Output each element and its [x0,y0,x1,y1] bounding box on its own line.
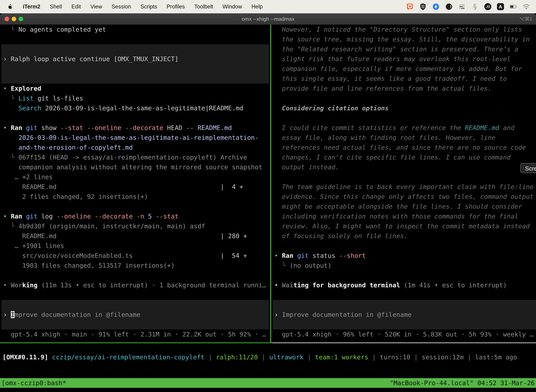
terminal-text-segment: gpt-5.4 xhigh · 96% left · 520K in · 5.8… [274,331,534,338]
terminal-text-segment: Considering citation options [274,104,389,112]
tmux-host-clock: "MacBook-Pro-44.local" 04:52 31-Mar-26 [390,379,535,387]
terminal-line: slight risk that future readers may over… [271,54,536,64]
terminal-area: └ No agents completed yet › Ralph loop a… [0,25,536,392]
terminal-text-segment: Ran [11,124,22,131]
minimize-button[interactable] [12,17,16,21]
terminal-text-segment: essay file, along with finding root file… [274,134,495,141]
menu-item-app[interactable]: iTerm2 [23,4,40,10]
terminal-line: └ (no output) [271,261,536,271]
terminal-line: However, I noticed the "Directory Struct… [271,25,536,34]
menu-item-window[interactable]: Window [223,4,242,10]
menu-item-view[interactable]: View [90,4,102,10]
menu-item-shell[interactable]: Shell [50,4,62,10]
terminal-line: README.md | 280 + [0,231,270,241]
blank-line [1,320,269,330]
menu-item-scripts[interactable]: Scripts [140,4,157,10]
menu-item-session[interactable]: Session [111,4,131,10]
terminal-text-segment: | [304,354,315,361]
blank-line [271,172,536,182]
blank-line [1,44,269,54]
prompt-input[interactable]: › Improve documentation in @filename [273,300,536,330]
terminal-text-segment: README.md [197,124,232,131]
crescent-circle-icon[interactable] [445,3,453,10]
terminal-line: 2026-03-09-is-legal-the-same-as-legitima… [0,133,270,143]
window-title: omx --xhigh --madmax [242,16,294,22]
menu-item-toolbelt[interactable]: Toolbelt [194,4,213,10]
menu-item-edit[interactable]: Edit [72,4,81,10]
terminal-line: provide file and line references from th… [271,84,536,93]
blank-line [0,202,270,211]
menubar-status-icons: § ..61 A [406,3,530,10]
terminal-text-segment [3,104,19,112]
terminal-text-segment: • [3,124,11,131]
terminal-text-segment: └ [3,223,19,230]
close-button[interactable] [5,17,9,21]
terminal-text-segment: However, I noticed the "Directory Struct… [274,26,522,33]
count-badge[interactable]: ..61 [484,3,491,10]
terminal-text-segment: • [274,252,282,259]
terminal-text-segment: (no output) [290,262,331,269]
terminal-line: output instead. [271,162,536,172]
terminal-line: and-the-erosion-of-copyleft.md [0,143,270,152]
terminal-line: gpt-5.4 xhigh · 96% left · 520K in · 5.8… [271,330,536,339]
terminal-text-segment: provide file and line references from th… [274,85,492,92]
iterm2-window: omx --xhigh --madmax ⌥⌘1 └ No agents com… [0,13,536,392]
terminal-text-segment: companion file, especially if more comme… [274,65,522,72]
terminal-text-segment: › [3,55,11,62]
terminal-text-segment: slight risk that future readers may over… [274,55,511,62]
terminal-text-segment: 067f154 (HEAD -> essay/ai-reimplementati… [19,154,247,161]
terminal-text-segment: • [3,281,11,289]
terminal-text-segment: cczip/essay/ai-reimplementation-copyleft [52,354,205,361]
tmux-session-label[interactable]: [omx-cczip0:bash* [1,379,66,387]
prompt-input[interactable]: › Improve documentation in @filename [1,300,269,330]
screen-capture-icon[interactable] [406,3,414,10]
keyboard-badge[interactable]: A [497,3,504,10]
terminal-line: references need actual files, and since … [271,143,536,152]
terminal-line: README.md | 4 + [0,182,270,192]
menu-item-profiles[interactable]: Profiles [167,4,185,10]
blank-line [0,290,270,300]
battery-icon[interactable] [510,3,517,10]
blank-line [271,241,536,251]
screen-capture-tooltip: Scre [520,163,536,173]
text-cursor: I [11,311,14,318]
terminal-line: companion analysis without altering the … [0,162,270,172]
terminal-text-segment: the "Related research writing" section i… [274,46,518,53]
terminal-pane-right[interactable]: However, I noticed the "Directory Struct… [271,25,536,342]
bolt-hex-icon[interactable] [432,3,440,10]
terminal-text-segment: • [3,85,11,92]
apple-menu-icon[interactable] [6,3,13,10]
terminal-text-segment: Ran [282,252,293,259]
terminal-text-segment: this single essay, it seems like a good … [274,75,507,82]
dots-grid-icon[interactable] [458,3,466,10]
terminal-text-segment: mprove documentation in @filename [14,311,140,318]
squiggle-icon[interactable]: § [471,3,479,10]
terminal-text-segment: -- [186,124,197,131]
terminal-line: • Explored [0,84,270,93]
terminal-line: • Ran git status --short [271,251,536,261]
window-titlebar[interactable]: omx --xhigh --madmax ⌥⌘1 [0,13,536,25]
terminal-text-segment: Wor [11,281,22,289]
terminal-text-segment [293,252,297,259]
terminal-text-segment [3,144,19,151]
terminal-text-segment: evidence. Since this change only affects… [274,193,534,200]
terminal-text-segment: 1903 files changed, 513517 insertions(+) [3,262,175,269]
wifi-icon[interactable] [523,3,530,10]
blank-line [271,290,536,300]
terminal-text-segment: › [3,311,11,318]
terminal-text-segment: | [464,354,475,361]
terminal-text-segment: | 4 + [220,183,243,190]
menu-item-help[interactable]: Help [251,4,263,10]
terminal-line: companion file, especially if more comme… [271,64,536,74]
terminal-text-segment: of focusing solely on file lines. [274,232,408,240]
zoom-button[interactable] [19,17,23,21]
tmux-status-bar: [omx-cczip0:bash* "MacBook-Pro-44.local"… [0,378,536,388]
terminal-text-segment: last:5m ago [475,354,517,361]
terminal-text-segment: ralph:11/20 [216,354,258,361]
terminal-text-segment: log [38,213,57,220]
window-shortcut-badge: ⌥⌘1 [519,13,532,25]
shield-grid-icon[interactable] [419,3,427,10]
terminal-pane-left[interactable]: └ No agents completed yet › Ralph loop a… [0,25,270,342]
terminal-line: changes, I can't cite specific file line… [271,152,536,162]
terminal-line: • Working (11m 13s • esc to interrupt) ·… [0,280,270,290]
